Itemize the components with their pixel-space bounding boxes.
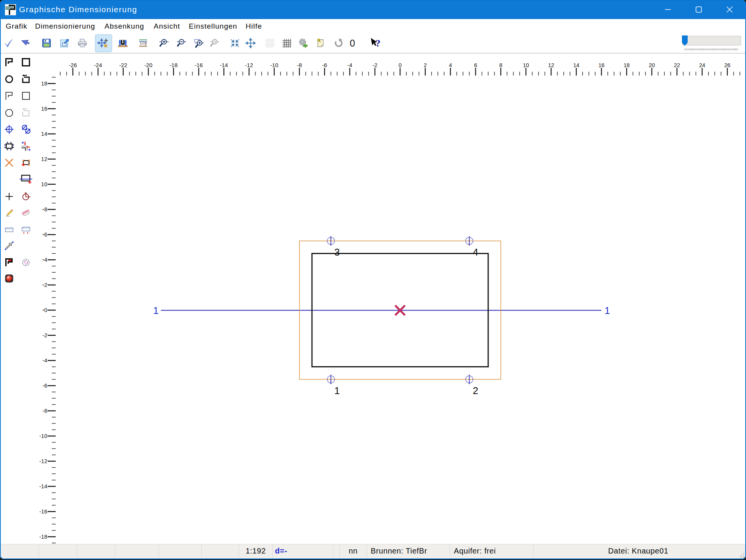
polygon-open-thick-button[interactable] (5, 58, 14, 67)
rectangle-arrow-disabled-icon (21, 108, 31, 117)
v-ruler-label: 0 (44, 307, 47, 313)
print-button[interactable] (77, 38, 88, 48)
h-ruler-label: -10 (270, 62, 278, 68)
rectangle-thick-icon (21, 58, 31, 67)
maximize-button[interactable] (687, 0, 711, 19)
v-ruler-label: -18 (39, 534, 47, 540)
dot-grid-button[interactable] (265, 38, 275, 48)
grid-button[interactable] (281, 38, 292, 48)
rectangle-arrow-thick-icon (21, 74, 31, 84)
v-ruler-label: 10 (41, 181, 47, 187)
well-symbol[interactable]: 3 (327, 236, 340, 258)
menu-einstellungen[interactable]: Einstellungen (189, 19, 237, 34)
ruler-button[interactable] (5, 225, 14, 235)
help-cursor-button[interactable]: ? (370, 38, 381, 48)
notes-button[interactable] (315, 38, 326, 48)
menu-ansicht[interactable]: Ansicht (154, 19, 180, 34)
close-button[interactable] (718, 0, 741, 19)
octagon-thin-button[interactable] (5, 108, 14, 117)
soil-layers-button[interactable] (138, 38, 148, 48)
zoom-window-button[interactable] (193, 38, 204, 48)
excavation-pit-icon (117, 38, 128, 48)
spiro-gear-button[interactable] (21, 258, 31, 267)
zoom-in-icon (159, 38, 169, 48)
export-icon (59, 38, 70, 48)
maximize-icon (696, 6, 702, 13)
dot-grid-icon (265, 38, 275, 48)
menu-hilfe[interactable]: Hilfe (246, 19, 262, 34)
well-label: 3 (334, 246, 340, 258)
main-toolbar: ? 0 (0, 34, 746, 53)
edit-rect-nodes-button[interactable] (21, 158, 31, 167)
rectangle-arrow-disabled-button[interactable] (21, 108, 31, 117)
zoom-in-button[interactable] (159, 38, 169, 48)
title-bar[interactable]: Graphische Dimensionierung (0, 0, 746, 19)
delete-x-icon (5, 158, 14, 167)
well-symbol[interactable]: 2 (466, 375, 478, 396)
v-ruler-label: 8 (44, 206, 47, 212)
plus-crosshair-button[interactable] (5, 192, 14, 201)
rectangle-arrow-thick-button[interactable] (21, 74, 31, 84)
rotate-quarter-button[interactable] (21, 192, 31, 201)
close-icon (727, 6, 733, 13)
pan-button[interactable] (245, 38, 256, 48)
circle-thick-button[interactable] (5, 74, 14, 84)
eraser-button[interactable] (21, 208, 31, 217)
zoom-fit-button[interactable] (230, 38, 240, 48)
polygon-red-icon (5, 258, 14, 267)
h-ruler-label: 4 (449, 62, 452, 68)
excavation-pit-button[interactable] (117, 38, 128, 48)
v-ruler-label: 4 (44, 257, 47, 263)
zoom-slider-ticks (685, 48, 739, 50)
ruler-marks-icon (21, 225, 31, 235)
menu-grafik[interactable]: Grafik (6, 19, 27, 34)
undo-rotation-icon (333, 38, 344, 48)
pencil-button[interactable] (5, 208, 14, 217)
rectangle-thin-button[interactable] (21, 91, 31, 100)
status-cell-9: nn (340, 544, 367, 558)
status-bar: 1:192d=-nnBrunnen: TiefBrAquifer: freiDa… (0, 544, 746, 558)
v-ruler-label: -6 (42, 383, 47, 389)
gear-run-button[interactable] (298, 38, 309, 48)
status-distance-value: d=- (275, 547, 287, 555)
wells-off-button[interactable] (21, 125, 31, 134)
export-button[interactable] (59, 38, 70, 48)
gear-run-icon (298, 38, 309, 48)
polygon-open-thick-icon (5, 58, 14, 67)
delete-x-button[interactable] (5, 158, 14, 167)
window-title: Graphische Dimensionierung (19, 0, 137, 19)
v-ruler-label: -2 (42, 332, 47, 338)
drawing-canvas[interactable]: -26-24-22-20-18-16-14-12-10-8-6-4-202468… (38, 53, 744, 544)
select-arrow-button[interactable] (20, 38, 31, 48)
zoom-out-button[interactable] (176, 38, 187, 48)
rectangle-thick-button[interactable] (21, 58, 31, 67)
h-ruler-label: 20 (649, 62, 655, 68)
polygon-red-button[interactable] (5, 258, 14, 267)
save-button[interactable] (41, 38, 52, 48)
well-symbol[interactable]: 4 (466, 236, 478, 258)
move-node-button[interactable] (21, 142, 31, 151)
zoom-slider-track[interactable] (682, 36, 741, 45)
status-cell-4 (159, 544, 202, 558)
resize-arrow-button[interactable] (5, 241, 14, 250)
zoom-disabled-button[interactable] (209, 38, 220, 48)
record-red-button[interactable] (5, 274, 14, 283)
well-crosshair-button[interactable] (5, 125, 14, 134)
menu-absenkung[interactable]: Absenkung (105, 19, 144, 34)
svg-text:?: ? (376, 38, 381, 49)
confirm-button[interactable] (3, 38, 14, 48)
ruler-marks-button[interactable] (21, 225, 31, 235)
status-cell-2 (77, 544, 115, 558)
well-symbol[interactable]: 1 (327, 375, 340, 396)
minimize-button[interactable] (656, 0, 680, 19)
status-cell-7: d=- (273, 544, 333, 558)
polygon-open-thin-button[interactable] (5, 91, 14, 100)
move-coordinates-active-button[interactable] (98, 38, 109, 48)
resize-grip[interactable] (740, 553, 744, 558)
h-ruler-label: -20 (145, 62, 153, 68)
pencil-icon (5, 208, 14, 217)
add-section-line-button[interactable] (21, 174, 31, 183)
undo-rotation-button[interactable] (333, 38, 344, 48)
selection-handles-button[interactable] (5, 142, 14, 151)
menu-dimensionierung[interactable]: Dimensionierung (35, 19, 95, 34)
